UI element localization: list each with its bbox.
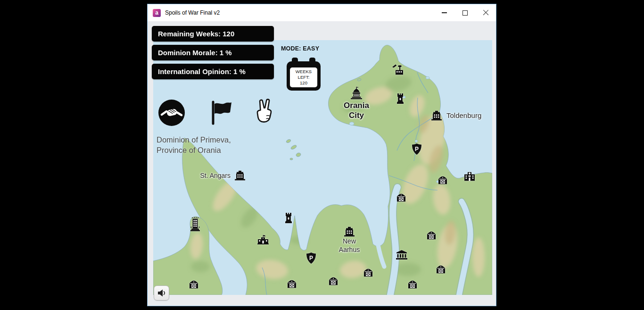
maximize-button[interactable] (454, 4, 475, 21)
dominion-morale-bar: Dominion Morale: 1 % (152, 45, 274, 60)
minimize-button[interactable] (434, 4, 454, 21)
maximize-icon (462, 10, 468, 16)
close-icon (483, 10, 489, 16)
window-title: Spoils of War Final v2 (165, 9, 220, 16)
calendar-line: 120 (300, 80, 307, 86)
minimize-icon (442, 12, 447, 13)
international-opinion-bar: International Opinion: 1 % (152, 64, 274, 79)
mode-label: MODE: EASY (281, 45, 319, 52)
app-window: a Spoils of War Final v2 (147, 4, 496, 306)
war-flag-icon[interactable] (210, 101, 233, 125)
handshake-icon[interactable] (158, 99, 185, 126)
weeks-calendar: WEEKS LEFT: 120 (287, 58, 321, 91)
remaining-weeks-bar: Remaining Weeks: 120 (152, 26, 274, 42)
app-icon: a (153, 9, 161, 17)
calendar-line: LEFT: (298, 75, 310, 80)
desktop: a Spoils of War Final v2 (0, 0, 644, 310)
peace-hand-icon[interactable] (254, 98, 273, 127)
window-content: Orania CityToldenburgPSt. AngarsNew Aarh… (148, 21, 496, 306)
title-bar: a Spoils of War Final v2 (148, 4, 496, 22)
calendar-line: WEEKS (296, 69, 312, 75)
region-title: Dominion of Primeva, Province of Orania (157, 134, 231, 156)
calendar-body: WEEKS LEFT: 120 (287, 61, 321, 91)
close-button[interactable] (475, 4, 496, 21)
